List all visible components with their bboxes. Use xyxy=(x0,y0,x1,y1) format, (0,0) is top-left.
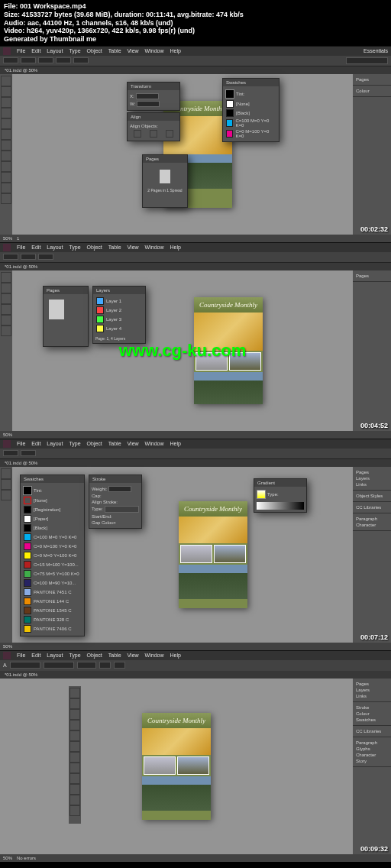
menu-window[interactable]: Window xyxy=(145,245,164,250)
type-dropdown[interactable] xyxy=(105,506,139,513)
swatch-item[interactable] xyxy=(24,515,31,523)
page-tool[interactable] xyxy=(69,709,80,720)
canvas[interactable]: Countryside Monthly Transform X: W: Alig… xyxy=(12,74,353,235)
pencil-tool[interactable] xyxy=(1,151,11,161)
transform-panel[interactable]: Transform X: W: xyxy=(127,82,180,111)
panel-tab[interactable]: Stroke xyxy=(356,704,388,711)
pen-tool[interactable] xyxy=(1,315,11,326)
canvas[interactable]: Pages Layers Layer 1 Layer 2 Layer 3 Lay… xyxy=(12,270,353,431)
page-tool[interactable] xyxy=(1,97,11,108)
panel-tab[interactable]: Glyphs xyxy=(356,746,388,752)
rectangle-tool[interactable] xyxy=(1,161,11,172)
swatch-item[interactable] xyxy=(24,570,31,578)
swatches-panel[interactable]: Swatches Tint: [None] [Registration] [Pa… xyxy=(20,474,85,636)
swatch-item[interactable] xyxy=(24,598,31,605)
align-center-icon[interactable] xyxy=(150,130,157,138)
swatch-item[interactable] xyxy=(24,607,31,614)
toolbar-item[interactable] xyxy=(38,57,53,63)
layer-name[interactable]: Layer 2 xyxy=(106,308,121,313)
document-tab[interactable]: *01.indd @ 50% xyxy=(0,263,391,270)
pages-panel[interactable]: Pages 2 Pages in 1 Spread xyxy=(142,154,188,208)
panel-tab[interactable]: Layers xyxy=(356,475,388,481)
transform-tool[interactable] xyxy=(1,183,11,193)
menu-help[interactable]: Help xyxy=(170,48,180,53)
menu-file[interactable]: File xyxy=(17,441,25,446)
swatch-item[interactable] xyxy=(24,542,31,550)
menu-type[interactable]: Type xyxy=(69,245,80,250)
app-icon[interactable] xyxy=(3,440,11,448)
menu-window[interactable]: Window xyxy=(145,441,164,446)
menu-help[interactable]: Help xyxy=(170,245,180,250)
weight-input[interactable] xyxy=(108,486,131,492)
app-icon[interactable] xyxy=(3,47,11,55)
gradient-tool[interactable] xyxy=(1,193,11,204)
tools-panel-floating[interactable] xyxy=(69,686,81,824)
document-page[interactable]: Countryside Monthly xyxy=(142,713,211,820)
menu-type[interactable]: Type xyxy=(69,653,80,658)
menu-window[interactable]: Window xyxy=(145,653,164,658)
swatch-item[interactable] xyxy=(24,533,31,541)
swatch-item[interactable] xyxy=(226,119,233,127)
gap-tool[interactable] xyxy=(1,108,11,118)
swatch-item[interactable] xyxy=(24,524,31,532)
zoom-level[interactable]: 50% xyxy=(3,856,12,860)
x-input[interactable] xyxy=(136,93,159,99)
menu-help[interactable]: Help xyxy=(170,441,180,446)
selection-tool[interactable] xyxy=(1,76,11,86)
menu-object[interactable]: Object xyxy=(87,441,102,446)
document-tab[interactable]: *01.indd @ 50% xyxy=(0,671,391,679)
toolbar-item[interactable] xyxy=(21,254,36,260)
preflight-status[interactable]: No errors xyxy=(17,856,36,860)
app-icon[interactable] xyxy=(3,652,11,659)
swatch-item[interactable] xyxy=(226,109,234,117)
gradient-ramp[interactable] xyxy=(257,502,304,510)
menu-view[interactable]: View xyxy=(128,653,139,658)
pencil-tool[interactable] xyxy=(69,763,80,773)
align-right-icon[interactable] xyxy=(166,130,173,138)
menu-edit[interactable]: Edit xyxy=(31,48,40,53)
char-option[interactable] xyxy=(114,662,125,669)
swatch-item[interactable] xyxy=(24,625,31,633)
menu-object[interactable]: Object xyxy=(87,48,102,53)
swatch-item[interactable] xyxy=(24,497,31,504)
menu-layout[interactable]: Layout xyxy=(47,653,63,658)
menu-layout[interactable]: Layout xyxy=(47,245,63,250)
toolbar-item[interactable] xyxy=(38,254,53,260)
toolbar-item[interactable] xyxy=(3,57,18,63)
panel-tab[interactable]: Paragraph xyxy=(356,516,388,522)
line-tool[interactable] xyxy=(1,129,11,140)
layer-name[interactable]: Layer 3 xyxy=(106,317,121,322)
transform-tool[interactable] xyxy=(69,784,80,795)
swatch-item[interactable] xyxy=(24,506,31,513)
direct-select-tool[interactable] xyxy=(1,86,11,97)
panel-tab[interactable]: Pages xyxy=(356,681,388,687)
page-thumbnail[interactable] xyxy=(49,300,64,319)
menu-view[interactable]: View xyxy=(128,245,139,250)
toolbar-item[interactable] xyxy=(73,57,89,63)
pen-tool[interactable] xyxy=(1,490,11,500)
gradient-preview[interactable] xyxy=(257,490,266,499)
zoom-level[interactable]: 50% xyxy=(3,432,12,437)
note-tool[interactable] xyxy=(69,805,80,816)
pages-panel[interactable]: Pages xyxy=(43,286,89,347)
panel-tab[interactable]: Pages xyxy=(356,469,388,475)
pen-tool[interactable] xyxy=(69,752,80,763)
menu-file[interactable]: File xyxy=(17,48,25,53)
toolbar-item[interactable] xyxy=(56,57,71,63)
type-tool[interactable] xyxy=(1,118,11,129)
menu-layout[interactable]: Layout xyxy=(47,48,63,53)
panel-tab[interactable]: Links xyxy=(356,693,388,699)
panel-tab[interactable]: Paragraph xyxy=(356,740,388,746)
toolbar-item[interactable] xyxy=(3,450,18,456)
swatch-item[interactable] xyxy=(226,100,234,108)
rectangle-tool[interactable] xyxy=(1,326,11,336)
scissors-tool[interactable] xyxy=(1,172,11,183)
toolbar-dropdown[interactable] xyxy=(346,57,388,64)
rectangle-tool[interactable] xyxy=(69,773,80,784)
gap-tool[interactable] xyxy=(69,720,80,730)
menu-edit[interactable]: Edit xyxy=(31,245,40,250)
menu-object[interactable]: Object xyxy=(87,653,102,658)
menu-edit[interactable]: Edit xyxy=(31,653,40,658)
menu-file[interactable]: File xyxy=(17,653,25,658)
toolbar-item[interactable] xyxy=(21,57,36,63)
